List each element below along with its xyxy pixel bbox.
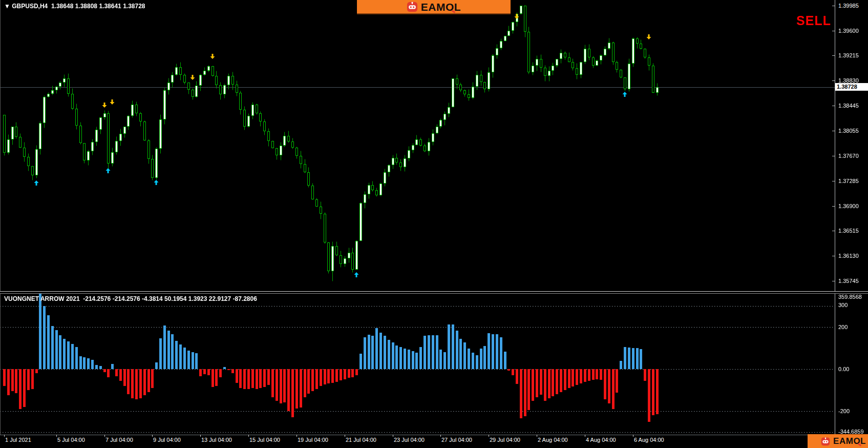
time-axis-label: 21 Jul 04:00 [346,437,376,443]
price-axis-label: 1.38055 [838,128,859,134]
brand-text: EAMOL [421,2,461,12]
indicator-axis-label: 359.8568 [838,294,862,300]
time-axis-tick [248,435,249,437]
price-axis-label: 1.39215 [838,52,859,58]
price-axis-label: 1.36130 [838,253,859,259]
time-axis-label: 23 Jul 04:00 [394,437,425,443]
time-axis-label: 2 Aug 04:00 [538,437,568,443]
time-axis-tick [440,435,441,437]
open-value: 1.38648 [51,3,73,10]
price-axis-tick [832,281,835,281]
time-axis-tick [489,435,489,437]
current-price-tag: 1.38728 [835,83,868,91]
time-axis-label: 6 Aug 04:00 [634,437,664,443]
indicator-axis-label: 200 [838,324,848,330]
eamol-banner-bottom[interactable]: EAMOL [808,434,868,448]
price-axis-label: 1.37285 [838,178,859,184]
price-axis-tick [832,231,835,231]
time-axis-tick [200,435,201,437]
indicator-axis-label: -200 [838,408,850,414]
price-axis-label: 1.36515 [838,228,859,234]
close-value: 1.38728 [123,3,145,10]
time-axis-tick [297,435,297,437]
eamol-logo: EAMOL [407,1,461,12]
price-axis-label: 1.39600 [838,28,859,34]
symbol-label: GBPUSD,H4 [12,3,48,10]
robot-icon [821,437,830,446]
time-axis-label: 5 Jul 04:00 [57,437,85,443]
indicator-title: VUONGNET ARROW 2021 -214.2576 -214.2576 … [4,295,257,302]
price-axis-label: 1.35745 [838,278,859,284]
time-axis-label: 15 Jul 04:00 [249,437,280,443]
mt4-chart-window: ▼ GBPUSD,H4 1.38648 1.38808 1.38641 1.38… [0,0,868,448]
price-axis-tick [832,256,835,256]
price-axis-label: 1.39985 [838,3,859,9]
time-axis-tick [4,435,5,437]
time-axis-tick [633,435,633,437]
price-axis-tick [832,55,835,56]
time-axis-tick [104,435,105,437]
chart-collapse-icon[interactable]: ▼ [4,3,10,10]
indicator-pane-canvas[interactable] [0,294,835,435]
robot-icon [407,1,418,12]
brand-text: EAMOL [833,437,866,445]
time-axis-tick [393,435,393,437]
pane-separator[interactable] [0,291,868,294]
indicator-axis-label: 0.00 [838,366,849,372]
eamol-logo-small: EAMOL [821,437,866,446]
price-axis-label: 1.37670 [838,153,859,159]
time-axis-label: 7 Jul 04:00 [105,437,133,443]
sell-signal-label: SELL [796,13,831,28]
price-axis-label: 1.38445 [838,103,859,109]
price-axis-tick [832,106,835,106]
price-axis-tick [832,206,835,207]
high-value: 1.38808 [75,3,97,10]
time-axis-tick [537,435,537,437]
time-axis-tick [56,435,57,437]
time-axis-label: 19 Jul 04:00 [298,437,328,443]
price-axis-tick [832,80,835,81]
eamol-banner-top[interactable]: EAMOL [357,0,511,14]
price-axis-tick [832,31,835,31]
price-axis-tick [832,131,835,131]
low-value: 1.38641 [99,3,121,10]
price-axis-tick [832,181,835,181]
time-axis-tick [152,435,153,437]
price-axis-tick [832,6,835,6]
time-axis-tick [345,435,345,437]
time-axis-label: 9 Jul 04:00 [153,437,181,443]
main-price-chart-canvas[interactable] [0,0,835,291]
time-axis-label: 29 Jul 04:00 [490,437,520,443]
time-axis-label: 27 Jul 04:00 [441,437,472,443]
time-axis-label: 1 Jul 2021 [5,437,31,443]
price-axis-border [835,0,835,435]
indicator-axis-label: 300 [838,302,848,308]
time-axis-label: 13 Jul 04:00 [201,437,232,443]
price-axis-label: 1.36900 [838,203,859,209]
symbol-ohlc-header: ▼ GBPUSD,H4 1.38648 1.38808 1.38641 1.38… [4,3,145,10]
time-axis-tick [585,435,585,437]
time-axis-border [0,435,868,435]
price-axis-tick [832,156,835,156]
time-axis-label: 4 Aug 04:00 [586,437,616,443]
